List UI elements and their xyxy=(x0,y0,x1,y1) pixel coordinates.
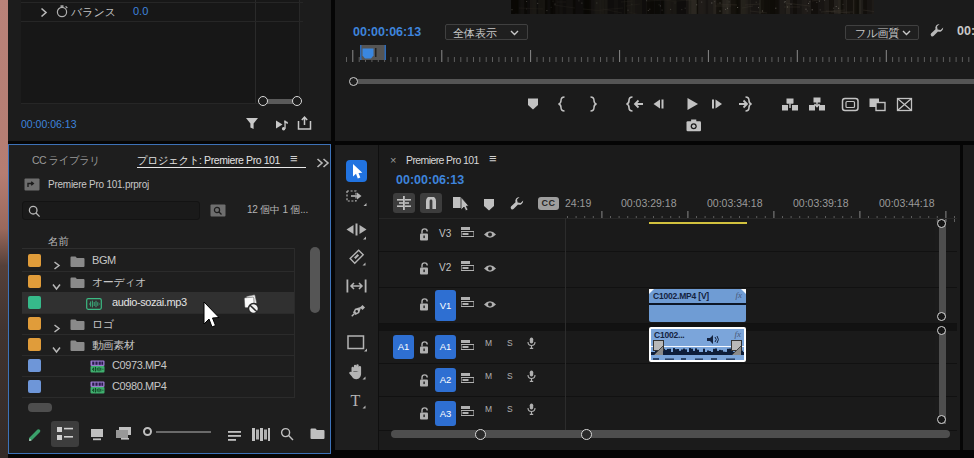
svg-text:T: T xyxy=(351,392,361,409)
